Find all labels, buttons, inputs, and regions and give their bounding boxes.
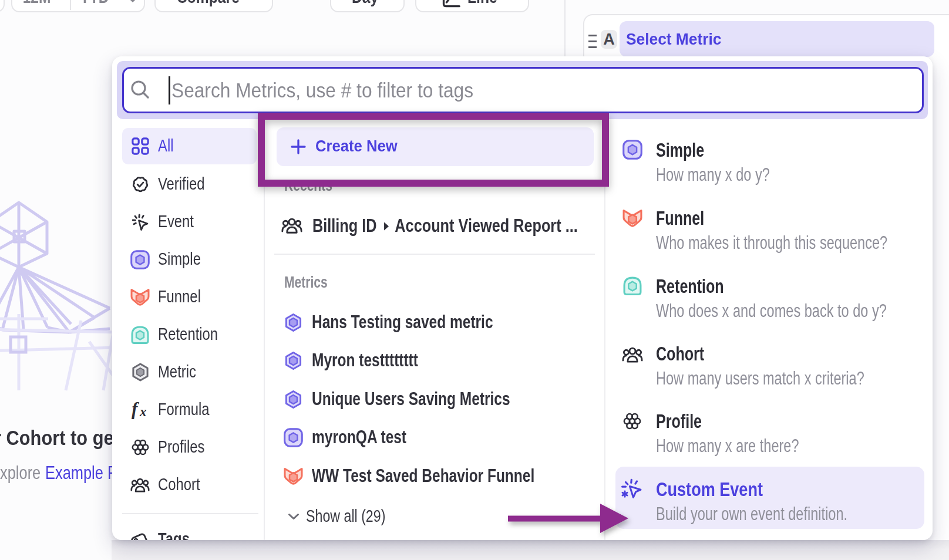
svg-text:f: f <box>132 400 139 419</box>
svg-text:x: x <box>139 404 147 419</box>
